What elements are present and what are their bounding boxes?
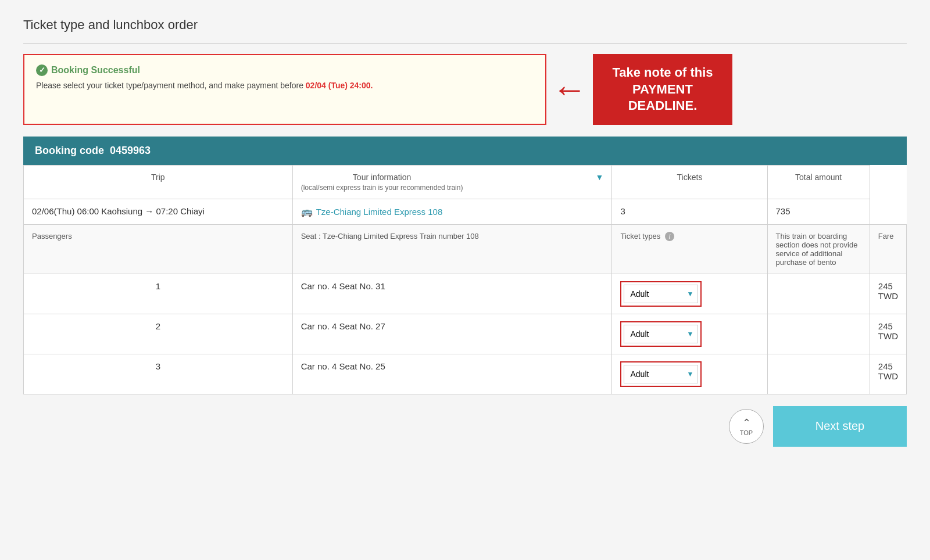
check-icon: ✓ — [36, 64, 48, 76]
fare-cell: 245 TWD — [870, 314, 906, 354]
passenger-seat: Car no. 4 Seat No. 31 — [292, 274, 612, 314]
ticket-type-cell: AdultChildSeniorDisabled▼ — [612, 274, 767, 314]
ticket-types-info-icon: i — [665, 232, 674, 241]
ticket-type-select[interactable]: AdultChildSeniorDisabled — [624, 365, 698, 383]
tickets-count-cell: 3 — [612, 199, 767, 224]
passenger-seat: Car no. 4 Seat No. 25 — [292, 354, 612, 394]
ticket-type-cell: AdultChildSeniorDisabled▼ — [612, 354, 767, 394]
train-icon: 🚌 — [301, 206, 313, 217]
booking-banner-area: ✓ Booking Successful Please select your … — [23, 54, 907, 125]
ticket-types-sub-header: Ticket types i — [612, 224, 767, 274]
sub-header-row: Passengers Seat : Tze-Chiang Limited Exp… — [24, 224, 907, 274]
trip-header: Trip — [24, 165, 293, 199]
train-name: Tze-Chiang Limited Express 108 — [316, 207, 443, 217]
seat-sub-header: Seat : Tze-Chiang Limited Express Train … — [292, 224, 612, 274]
fare-cell: 245 TWD — [870, 354, 906, 394]
passenger-number: 3 — [24, 354, 293, 394]
divider — [23, 43, 907, 44]
deadline-text: 02/04 (Tue) 24:00. — [306, 81, 373, 90]
bento-sub-header: This train or boarding section does not … — [767, 224, 870, 274]
next-step-button[interactable]: Next step — [773, 406, 907, 447]
passengers-sub-header: Passengers — [24, 224, 293, 274]
passenger-row: 3Car no. 4 Seat No. 25AdultChildSeniorDi… — [24, 354, 907, 394]
fare-cell: 245 TWD — [870, 274, 906, 314]
booking-success-banner: ✓ Booking Successful Please select your … — [23, 54, 546, 125]
booking-code-value: 0459963 — [110, 145, 151, 156]
booking-code-bar: Booking code 0459963 — [23, 137, 907, 165]
page-title: Ticket type and lunchbox order — [23, 17, 907, 33]
chevron-up-icon: ⌃ — [742, 417, 751, 429]
ticket-type-select[interactable]: AdultChildSeniorDisabled — [624, 325, 698, 343]
passenger-seat: Car no. 4 Seat No. 27 — [292, 314, 612, 354]
payment-deadline-box: Take note of this PAYMENT DEADLINE. — [593, 54, 732, 125]
payment-note-wrapper: ← Take note of this PAYMENT DEADLINE. — [546, 54, 732, 125]
total-amount-header: Total amount — [767, 165, 870, 199]
ticket-type-cell: AdultChildSeniorDisabled▼ — [612, 314, 767, 354]
trip-row: 02/06(Thu) 06:00 Kaohsiung → 07:20 Chiay… — [24, 199, 907, 224]
red-arrow-icon: ← — [552, 72, 587, 107]
booking-success-title: ✓ Booking Successful — [36, 64, 534, 76]
bento-cell — [767, 314, 870, 354]
fare-sub-header: Fare — [870, 224, 906, 274]
booking-success-text: Please select your ticket type/payment m… — [36, 81, 534, 90]
ticket-type-select[interactable]: AdultChildSeniorDisabled — [624, 285, 698, 303]
top-button[interactable]: ⌃ TOP — [729, 409, 764, 444]
bento-cell — [767, 274, 870, 314]
tickets-header: Tickets — [612, 165, 767, 199]
trip-detail: 02/06(Thu) 06:00 Kaohsiung → 07:20 Chiay… — [24, 199, 293, 224]
passenger-row: 2Car no. 4 Seat No. 27AdultChildSeniorDi… — [24, 314, 907, 354]
train-name-cell: 🚌 Tze-Chiang Limited Express 108 — [292, 199, 612, 224]
tour-info-dropdown-icon[interactable]: ▼ — [596, 173, 604, 182]
passenger-number: 2 — [24, 314, 293, 354]
passenger-row: 1Car no. 4 Seat No. 31AdultChildSeniorDi… — [24, 274, 907, 314]
tour-info-header: Tour information (local/semi express tra… — [292, 165, 612, 199]
bottom-actions: ⌃ TOP Next step — [23, 406, 907, 447]
bento-cell — [767, 354, 870, 394]
passenger-number: 1 — [24, 274, 293, 314]
table-header-row: Trip Tour information (local/semi expres… — [24, 165, 907, 199]
total-amount-cell: 735 — [767, 199, 870, 224]
main-table: Trip Tour information (local/semi expres… — [23, 165, 907, 394]
